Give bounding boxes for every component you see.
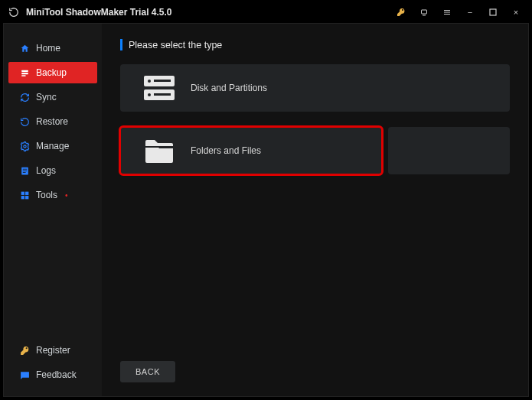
- sync-icon: [19, 92, 30, 102]
- logs-icon: [19, 165, 30, 176]
- titlebar: MiniTool ShadowMaker Trial 4.5.0 − ×: [2, 2, 530, 23]
- sidebar-item-home[interactable]: Home: [4, 37, 102, 59]
- svg-rect-7: [21, 75, 25, 76]
- svg-rect-10: [22, 168, 26, 169]
- option-label: Disk and Partitions: [191, 83, 267, 93]
- svg-point-19: [148, 80, 151, 83]
- heading-text: Please select the type: [129, 40, 222, 50]
- register-key-icon: [19, 345, 30, 356]
- manage-icon: [19, 141, 30, 151]
- sidebar-item-sync[interactable]: Sync: [4, 86, 102, 108]
- tools-icon: [19, 190, 30, 200]
- svg-rect-4: [490, 9, 496, 15]
- minimize-button[interactable]: −: [462, 4, 478, 21]
- tools-badge: •: [65, 191, 68, 200]
- maximize-button[interactable]: [485, 4, 501, 21]
- page-heading: Please select the type: [120, 39, 528, 50]
- sidebar-item-register[interactable]: Register: [4, 340, 102, 361]
- key-icon[interactable]: [393, 4, 410, 21]
- sidebar-item-label: Sync: [36, 92, 57, 102]
- sidebar-item-label: Logs: [36, 165, 56, 176]
- feedback-icon: [19, 369, 30, 380]
- svg-rect-15: [21, 196, 24, 199]
- disk-icon: [142, 73, 177, 103]
- app-window: MiniTool ShadowMaker Trial 4.5.0 − × Hom: [0, 0, 532, 400]
- sidebar-item-restore[interactable]: Restore: [4, 111, 102, 132]
- svg-rect-0: [422, 10, 427, 14]
- sidebar-item-label: Tools: [36, 190, 57, 200]
- svg-rect-12: [22, 172, 25, 173]
- folder-icon: [142, 135, 177, 166]
- close-button[interactable]: ×: [508, 4, 524, 21]
- sidebar-item-tools[interactable]: Tools •: [4, 184, 102, 206]
- sidebar-item-logs[interactable]: Logs: [4, 160, 102, 181]
- main-panel: Please select the type Disk: [102, 24, 528, 396]
- sidebar-item-feedback[interactable]: Feedback: [4, 364, 102, 385]
- option-spacer-panel: [388, 127, 510, 174]
- heading-accent-bar: [120, 39, 122, 50]
- svg-rect-16: [25, 196, 28, 199]
- sidebar-item-label: Restore: [36, 116, 68, 127]
- window-title: MiniTool ShadowMaker Trial 4.5.0: [26, 7, 172, 18]
- restore-icon: [19, 116, 30, 127]
- sidebar-item-label: Feedback: [36, 369, 77, 380]
- svg-rect-6: [21, 72, 28, 73]
- svg-rect-20: [154, 80, 171, 82]
- svg-rect-22: [154, 93, 171, 96]
- home-icon: [19, 43, 30, 54]
- svg-point-21: [148, 93, 151, 96]
- svg-rect-14: [25, 191, 28, 194]
- device-icon[interactable]: [416, 4, 432, 21]
- sidebar-item-label: Home: [36, 43, 60, 54]
- back-button[interactable]: BACK: [120, 361, 175, 382]
- app-logo-icon: [8, 6, 20, 18]
- sidebar-item-label: Manage: [36, 141, 69, 151]
- option-folders-files[interactable]: Folders and Files: [120, 127, 382, 174]
- backup-icon: [19, 67, 30, 78]
- svg-rect-13: [21, 191, 24, 194]
- svg-point-8: [23, 145, 25, 147]
- sidebar-item-label: Register: [36, 345, 70, 356]
- option-label: Folders and Files: [191, 145, 261, 156]
- svg-rect-11: [22, 170, 26, 171]
- sidebar-item-backup[interactable]: Backup: [8, 62, 97, 83]
- menu-icon[interactable]: [439, 4, 455, 21]
- svg-rect-5: [21, 70, 28, 71]
- sidebar-item-manage[interactable]: Manage: [4, 135, 102, 157]
- back-button-label: BACK: [135, 367, 160, 376]
- option-disk-partitions[interactable]: Disk and Partitions: [120, 64, 510, 112]
- sidebar: Home Backup Sync: [4, 24, 102, 396]
- sidebar-item-label: Backup: [36, 67, 67, 78]
- svg-rect-23: [145, 146, 173, 148]
